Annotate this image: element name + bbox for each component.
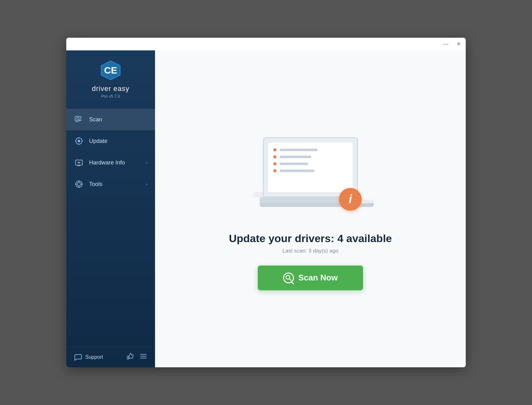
app-name: driver easy	[92, 85, 130, 93]
sidebar-item-scan[interactable]: Scan	[66, 109, 155, 130]
app-version: Pro v5.7.0	[101, 94, 120, 99]
support-button[interactable]: Support	[74, 353, 103, 361]
sidebar-item-hardware-info[interactable]: Hardware Info ›	[66, 152, 155, 173]
footer-icons	[126, 352, 147, 362]
app-window: — ✕ CE driver easy Pro v5.7.0	[66, 38, 466, 367]
screen-dot-2	[273, 155, 276, 158]
sidebar-logo: CE driver easy Pro v5.7.0	[66, 50, 155, 106]
thumbs-up-button[interactable]	[126, 352, 134, 362]
scan-now-button[interactable]: Scan Now	[258, 266, 363, 290]
hardware-info-chevron-icon: ›	[146, 160, 147, 165]
scan-nav-label: Scan	[89, 116, 147, 123]
screen-dot-4	[273, 169, 276, 172]
info-icon: i	[349, 192, 352, 206]
hardware-info-nav-label: Hardware Info	[89, 159, 141, 166]
app-body: CE driver easy Pro v5.7.0	[66, 50, 466, 367]
laptop-screen	[263, 137, 358, 197]
screen-dot-1	[273, 148, 276, 151]
svg-rect-23	[127, 356, 129, 359]
tools-nav-icon	[74, 179, 84, 189]
screen-dot-3	[273, 162, 276, 165]
screen-line-4	[280, 170, 315, 172]
sidebar: CE driver easy Pro v5.7.0	[66, 50, 155, 367]
last-scan-text: Last scan: 3 day(s) ago	[282, 248, 339, 254]
laptop-screen-content	[268, 143, 353, 192]
screen-item-4	[273, 169, 347, 172]
svg-point-18	[77, 183, 81, 186]
close-button[interactable]: ✕	[455, 41, 462, 47]
screen-item-1	[273, 148, 347, 151]
sidebar-footer: Support	[66, 347, 155, 367]
support-chat-icon	[74, 353, 82, 361]
update-nav-label: Update	[89, 138, 147, 145]
sidebar-item-tools[interactable]: Tools ›	[66, 173, 155, 195]
scan-now-icon	[283, 273, 294, 283]
screen-line-2	[280, 156, 311, 158]
scan-now-label: Scan Now	[298, 273, 338, 283]
hardware-info-nav-icon	[74, 158, 84, 168]
update-nav-icon	[74, 136, 84, 146]
tools-nav-label: Tools	[89, 181, 141, 188]
title-bar: — ✕	[66, 38, 466, 50]
screen-line-1	[280, 149, 318, 151]
list-menu-button[interactable]	[139, 352, 147, 362]
svg-point-13	[78, 162, 80, 164]
screen-item-2	[273, 155, 347, 158]
window-controls: — ✕	[442, 41, 462, 47]
main-heading: Update your drivers: 4 available	[229, 232, 392, 245]
tools-chevron-icon: ›	[146, 182, 147, 187]
sidebar-nav: Scan Update	[66, 106, 155, 347]
main-content: i Update your drivers: 4 available Last …	[155, 50, 466, 367]
illustration-container: i	[244, 128, 377, 223]
svg-line-28	[289, 279, 291, 280]
screen-line-3	[280, 163, 308, 165]
support-label: Support	[85, 354, 103, 360]
screen-item-3	[273, 162, 347, 165]
svg-point-7	[78, 140, 80, 142]
minimize-button[interactable]: —	[442, 41, 450, 47]
app-logo-icon: CE	[100, 59, 122, 81]
info-badge: i	[339, 188, 362, 211]
scan-nav-icon	[74, 114, 84, 125]
sidebar-item-update[interactable]: Update	[66, 130, 155, 152]
svg-text:CE: CE	[104, 65, 117, 75]
